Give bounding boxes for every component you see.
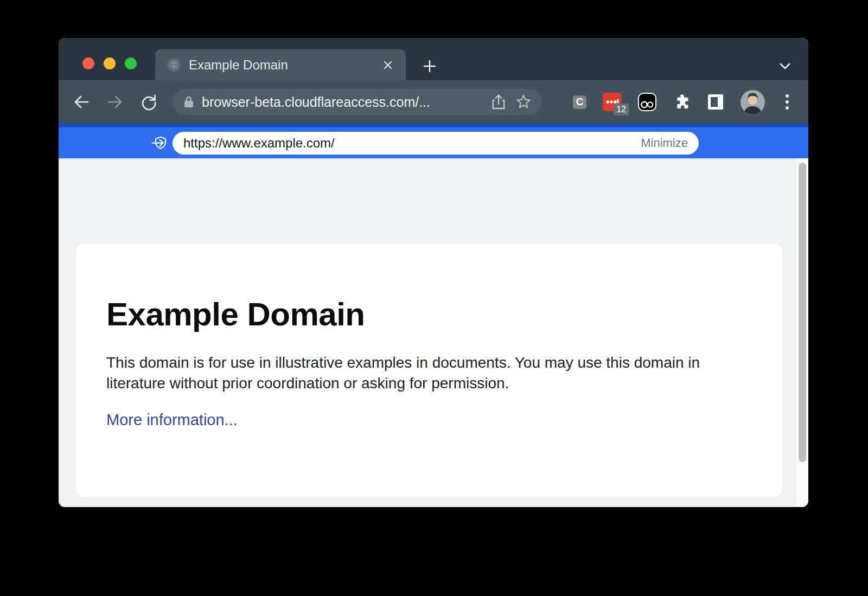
two-circles-icon (637, 92, 657, 112)
extension-badge: 12 (614, 104, 629, 116)
globe-icon (167, 58, 181, 72)
extensions-menu-button[interactable] (673, 93, 691, 111)
browser-window: Example Domain (59, 38, 808, 507)
browser-toolbar: browser-beta.cloudflareaccess.com/... C (59, 80, 808, 124)
new-tab-button[interactable] (419, 56, 440, 76)
remote-url-text: https://www.example.com/ (183, 136, 641, 151)
page-heading: Example Domain (106, 296, 750, 333)
remote-url-input[interactable]: https://www.example.com/ Minimize (173, 132, 699, 155)
close-tab-icon[interactable] (380, 57, 396, 73)
side-panel-button[interactable] (707, 93, 724, 111)
forward-button[interactable] (105, 92, 125, 112)
side-panel-icon (707, 93, 724, 111)
arrow-right-icon (106, 93, 124, 111)
shield-arrow-icon (151, 134, 169, 152)
lock-icon (183, 95, 194, 108)
minimize-bar-button[interactable]: Minimize (641, 136, 688, 150)
zoom-window-button[interactable] (125, 57, 137, 69)
example-domain-card: Example Domain This domain is for use in… (76, 243, 782, 497)
share-button[interactable] (489, 93, 508, 111)
tab-example-domain[interactable]: Example Domain (155, 49, 406, 80)
address-text: browser-beta.cloudflareaccess.com/... (202, 94, 483, 110)
kebab-menu-icon (781, 93, 793, 111)
plus-icon (423, 59, 437, 73)
profile-avatar[interactable] (741, 90, 765, 114)
scrollbar-track[interactable] (796, 158, 808, 507)
extensions-area: C 12 (573, 90, 793, 114)
camera-extension-button[interactable] (637, 92, 657, 112)
star-icon (515, 94, 532, 110)
chevron-down-icon (778, 59, 792, 73)
bookmark-button[interactable] (514, 93, 533, 111)
more-information-link[interactable]: More information... (106, 411, 238, 429)
window-controls (82, 57, 137, 69)
reload-icon (139, 93, 158, 111)
avatar-photo-icon (741, 90, 765, 114)
minimize-window-button[interactable] (104, 57, 116, 69)
c-extension-button[interactable]: C (573, 95, 586, 109)
password-extension-button[interactable]: 12 (603, 93, 621, 111)
address-bar[interactable]: browser-beta.cloudflareaccess.com/... (173, 89, 541, 115)
arrow-left-icon (72, 93, 91, 111)
tab-strip: Example Domain (59, 38, 808, 80)
reload-button[interactable] (139, 92, 158, 112)
back-button[interactable] (72, 92, 91, 112)
page-viewport: Example Domain This domain is for use in… (59, 158, 808, 507)
tab-title: Example Domain (189, 57, 380, 73)
tab-search-button[interactable] (775, 56, 795, 76)
share-icon (492, 94, 506, 110)
page-paragraph: This domain is for use in illustrative e… (106, 353, 730, 394)
isolation-bar: https://www.example.com/ Minimize (59, 124, 808, 158)
close-window-button[interactable] (82, 57, 94, 69)
puzzle-icon (673, 93, 691, 111)
browser-menu-button[interactable] (781, 93, 793, 111)
c-extension-label: C (576, 96, 584, 108)
scrollbar-thumb[interactable] (799, 163, 806, 462)
